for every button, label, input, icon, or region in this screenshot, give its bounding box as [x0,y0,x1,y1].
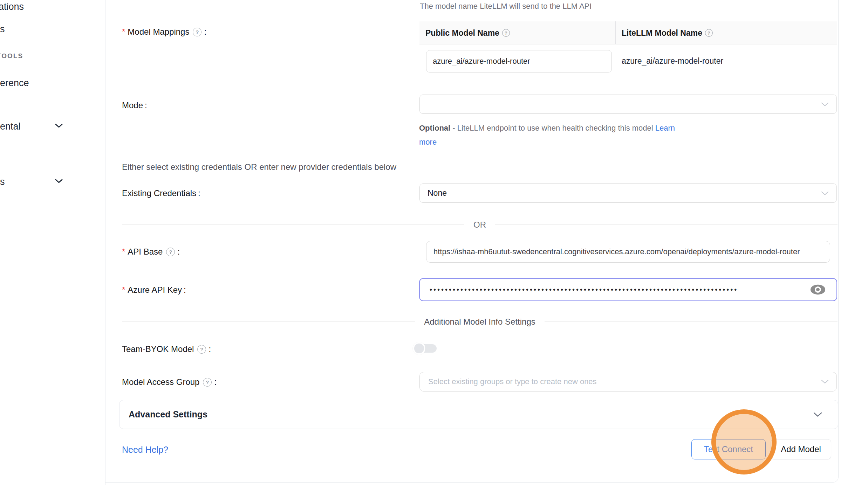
azure-api-key-input[interactable]: ••••••••••••••••••••••••••••••••••••••••… [419,278,837,301]
test-connect-button[interactable]: Test Connect [691,439,766,459]
column-header-public-model-name: Public Model Name ? [425,21,511,44]
required-asterisk: * [122,285,125,295]
toggle-knob [413,342,425,355]
api-base-input[interactable] [426,241,830,263]
sidebar-section-tools: TOOLS [0,52,23,60]
chevron-down-icon[interactable] [813,412,822,417]
learn-more-link[interactable]: more [419,138,437,146]
sidebar-item-truncated-3[interactable]: erence [0,78,29,89]
existing-credentials-label: Existing Credentials : [122,188,200,199]
question-circle-icon[interactable]: ? [166,248,175,256]
required-asterisk: * [122,27,125,37]
model-mappings-table-header: Public Model Name ? LiteLLM Model Name ? [419,21,837,44]
eye-icon[interactable] [810,284,826,295]
public-model-name-input[interactable] [426,50,612,72]
column-divider [615,21,616,44]
question-circle-icon[interactable]: ? [193,28,201,36]
add-model-button[interactable]: Add Model [771,439,831,459]
question-circle-icon[interactable]: ? [705,29,713,37]
question-circle-icon[interactable]: ? [203,378,212,387]
need-help-link[interactable]: Need Help? [122,445,168,455]
model-access-group-select[interactable]: Select existing groups or type to create… [419,372,837,392]
question-circle-icon[interactable]: ? [197,345,206,354]
team-byok-toggle[interactable] [414,342,437,354]
sidebar: ations s TOOLS erence ental s [0,0,105,485]
chevron-down-icon[interactable] [55,179,63,183]
credentials-note: Either select existing credentials OR en… [122,162,396,172]
advanced-settings-title: Advanced Settings [129,400,207,429]
additional-info-divider: Additional Model Info Settings [122,317,838,326]
api-base-label: * API Base ? : [122,247,180,257]
sidebar-item-truncated-1[interactable]: ations [0,1,24,12]
mode-label: Mode : [122,100,147,111]
learn-more-link[interactable]: Learn [655,124,675,132]
model-mappings-label: * Model Mappings ? : [122,27,206,37]
chevron-down-icon[interactable] [55,123,63,128]
model-access-group-label: Model Access Group ? : [122,377,217,387]
existing-credentials-select[interactable]: None [419,183,837,203]
question-circle-icon[interactable]: ? [502,29,510,37]
mode-select[interactable] [419,95,837,114]
chevron-down-icon [821,102,829,107]
team-byok-label: Team-BYOK Model ? : [122,344,211,354]
required-asterisk: * [122,247,125,257]
azure-api-key-label: * Azure API Key : [122,285,186,295]
sidebar-item-truncated-2[interactable]: s [0,24,5,35]
sidebar-item-truncated-4[interactable]: ental [0,121,21,132]
advanced-settings-panel[interactable]: Advanced Settings [119,400,838,429]
or-divider: OR [122,220,838,229]
litellm-model-name-value: azure_ai/azure-model-router [622,56,723,66]
column-header-litellm-model-name: LiteLLM Model Name ? [622,21,713,44]
mode-helper-text: Optional - LiteLLM endpoint to use when … [419,121,675,149]
model-name-helper-text: The model name LiteLLM will send to the … [420,2,592,11]
chevron-down-icon [821,380,829,384]
sidebar-item-truncated-5[interactable]: s [0,176,5,187]
model-access-group-placeholder: Select existing groups or type to create… [428,372,597,391]
chevron-down-icon [821,191,829,196]
masked-api-key-value: ••••••••••••••••••••••••••••••••••••••••… [430,279,738,300]
existing-credentials-value: None [428,184,447,202]
